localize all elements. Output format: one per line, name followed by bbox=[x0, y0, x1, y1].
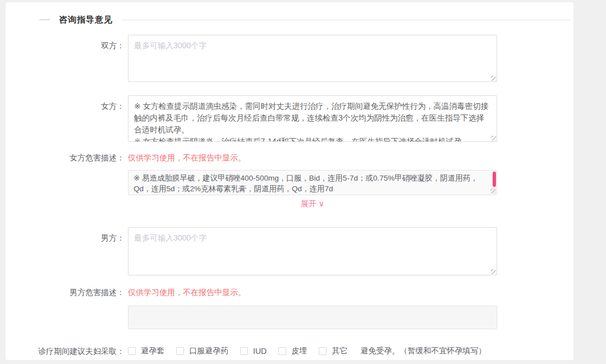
checkbox-icon[interactable] bbox=[240, 347, 248, 355]
contraception-option[interactable]: 其它 bbox=[319, 346, 347, 356]
female-harm-content-row: ※ 易造成胎膜早破，建议甲硝唑400-500mg，口服，Bid，连用5-7d；或… bbox=[6, 170, 570, 195]
male-harm-content-row bbox=[6, 306, 570, 329]
section-title: 咨询指导意见 bbox=[59, 15, 113, 25]
male-textarea[interactable] bbox=[128, 227, 497, 275]
expand-row: 展开 ∨ bbox=[6, 199, 570, 209]
scrollbar-track[interactable] bbox=[493, 171, 496, 194]
expand-link[interactable]: 展开 ∨ bbox=[301, 199, 324, 209]
female-label: 女方： bbox=[6, 95, 128, 112]
contraception-label: 诊疗期间建议夫妇采取： bbox=[6, 345, 128, 357]
both-parties-row: 双方： bbox=[6, 35, 570, 82]
both-parties-textarea[interactable] bbox=[128, 35, 497, 82]
male-label: 男方： bbox=[6, 227, 128, 243]
female-textarea[interactable]: ※ 女方检查提示阴道滴虫感染，需同时对丈夫进行治疗，治疗期间避免无保护性行为，高… bbox=[128, 95, 497, 142]
checkbox-icon[interactable] bbox=[176, 347, 184, 355]
male-harm-header-row: 男方危害描述： 仅供学习使用，不在报告中显示。 bbox=[6, 287, 570, 298]
both-parties-label: 双方： bbox=[6, 35, 128, 51]
checkbox-icon[interactable] bbox=[128, 347, 136, 355]
contraception-option[interactable]: 避孕套 bbox=[128, 346, 164, 356]
header-divider-line bbox=[122, 20, 570, 20]
contraception-option[interactable]: IUD bbox=[240, 347, 267, 356]
contraception-options: 避孕套 口服避孕药 IUD 皮埋 bbox=[128, 346, 359, 356]
contraception-row: 诊疗期间建议夫妇采取： 避孕套 口服避孕药 IU bbox=[6, 345, 570, 357]
contraception-option[interactable]: 皮埋 bbox=[278, 346, 307, 356]
scrollbar-thumb[interactable] bbox=[493, 172, 496, 187]
male-harm-content-box bbox=[128, 306, 497, 329]
consultation-guidance-card: 咨询指导意见 双方： 女方： ※ 女方检查提示阴道滴虫感染，需同时对丈夫进行治疗… bbox=[6, 2, 573, 360]
contraception-suffix: 避免受孕。（暂缓和不宜怀孕填写） bbox=[360, 346, 486, 356]
section-header: 咨询指导意见 bbox=[39, 15, 570, 25]
female-harm-content-text: ※ 易造成胎膜早破，建议甲硝唑400-500mg，口服，Bid，连用5-7d；或… bbox=[134, 174, 478, 193]
female-row: 女方： ※ 女方检查提示阴道滴虫感染，需同时对丈夫进行治疗，治疗期间避免无保护性… bbox=[6, 95, 570, 142]
female-harm-label: 女方危害描述： bbox=[6, 152, 128, 163]
chevron-down-icon: ∨ bbox=[319, 199, 324, 208]
female-harm-header-row: 女方危害描述： 仅供学习使用，不在报告中显示。 bbox=[6, 152, 570, 163]
male-harm-note: 仅供学习使用，不在报告中显示。 bbox=[128, 288, 246, 297]
checkbox-icon[interactable] bbox=[278, 347, 286, 355]
contraception-option[interactable]: 口服避孕药 bbox=[176, 346, 228, 356]
female-harm-note: 仅供学习使用，不在报告中显示。 bbox=[128, 153, 246, 162]
checkbox-icon[interactable] bbox=[319, 347, 327, 355]
male-row: 男方： bbox=[6, 227, 570, 275]
header-dash-line bbox=[39, 19, 50, 20]
female-harm-content-box[interactable]: ※ 易造成胎膜早破，建议甲硝唑400-500mg，口服，Bid，连用5-7d；或… bbox=[128, 170, 497, 195]
male-harm-label: 男方危害描述： bbox=[6, 287, 128, 298]
